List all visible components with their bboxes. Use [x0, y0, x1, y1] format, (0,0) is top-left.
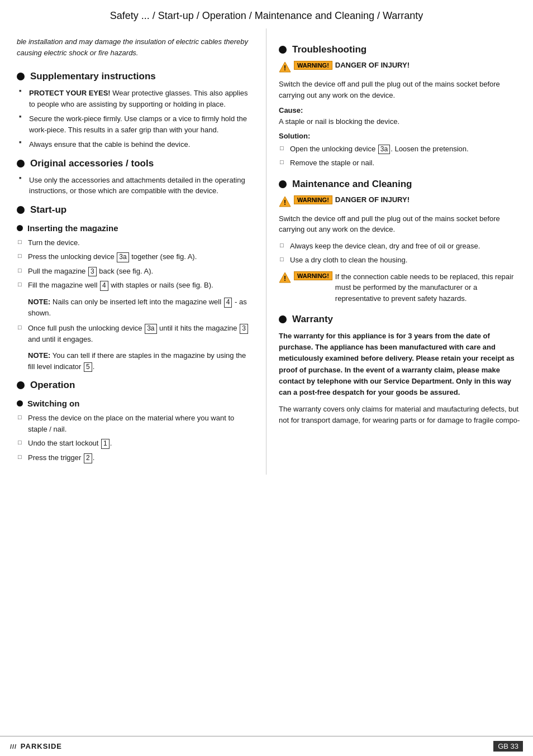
startup-heading-text: Start-up [30, 204, 66, 216]
page-footer: /// PARKSIDE GB 33 [0, 736, 533, 756]
switching-on-heading-text: Switching on [27, 399, 79, 408]
maintenance-warning2-label: WARNING! [294, 271, 332, 280]
step-item: Press the device on the place on the mat… [17, 413, 255, 434]
maintenance-warning-title: DANGER OF INJURY! [335, 195, 410, 204]
operation-section: Operation [17, 380, 255, 391]
inserting-magazine-bullet [17, 225, 23, 231]
supplementary-heading-text: Supplementary instructions [30, 71, 156, 82]
troubleshooting-warning: ! WARNING! DANGER OF INJURY! [279, 61, 522, 73]
switching-on-bullet [17, 400, 23, 406]
supplementary-section: Supplementary instructions PROTECT YOUR … [17, 71, 255, 150]
triple-slash-icon: /// [10, 743, 17, 750]
step-item: Undo the start lockout 1. [17, 438, 255, 449]
troubleshooting-warning-label: WARNING! [294, 61, 332, 70]
content-area: ble installation and may damage the insu… [0, 28, 533, 475]
step-item: Turn the device. [17, 237, 255, 248]
cause-label: Cause: [279, 106, 522, 114]
ref-1: 1 [101, 439, 110, 449]
inserting-magazine-steps-2: Once full push the unlocking device 3a u… [17, 323, 255, 344]
startup-bullet [17, 206, 25, 214]
svg-text:!: ! [284, 199, 286, 207]
troubleshooting-warning-title: DANGER OF INJURY! [335, 61, 410, 69]
ref-3a: 3a [117, 252, 129, 262]
step-item: Press the unlocking device 3a together (… [17, 251, 255, 262]
list-item: Use only the accessories and attachments… [17, 175, 255, 197]
supplementary-bullet [17, 73, 25, 80]
brand-name: PARKSIDE [21, 742, 62, 750]
original-accessories-list: Use only the accessories and attachments… [17, 175, 255, 197]
intro-text: ble installation and may damage the insu… [17, 36, 255, 59]
startup-heading: Start-up [17, 204, 255, 216]
operation-heading-text: Operation [30, 380, 75, 391]
ref-4b: 4 [224, 298, 232, 308]
ref-3: 3 [88, 267, 97, 277]
solution-steps: Open the unlocking device 3a. Loosen the… [279, 143, 522, 169]
maintenance-heading: Maintenance and Cleaning [279, 179, 522, 190]
step-item: Always keep the device clean, dry and fr… [279, 241, 522, 252]
list-item: Always ensure that the cable is behind t… [17, 139, 255, 150]
warning-triangle-icon-2: ! [279, 195, 291, 208]
right-column: Troubleshooting ! WARNING! DANGER OF INJ… [266, 28, 533, 475]
page-number: GB 33 [493, 741, 523, 752]
note-label-2: NOTE: [28, 351, 50, 360]
ref-4: 4 [100, 281, 108, 291]
left-column: ble installation and may damage the insu… [0, 28, 266, 475]
original-accessories-bullet [17, 160, 25, 168]
original-accessories-heading: Original accessories / tools [17, 158, 255, 169]
inserting-magazine-section: Inserting the magazine Turn the device. … [17, 223, 255, 372]
warranty-bold-text: The warranty for this appliance is for 3… [279, 331, 522, 398]
warning-triangle-icon: ! [279, 61, 291, 73]
original-accessories-section: Original accessories / tools Use only th… [17, 158, 255, 197]
inserting-magazine-heading: Inserting the magazine [17, 223, 255, 233]
supplementary-heading: Supplementary instructions [17, 71, 255, 82]
warranty-section: Warranty The warranty for this appliance… [279, 314, 522, 426]
warranty-heading-text: Warranty [292, 314, 333, 325]
maintenance-warning: ! WARNING! DANGER OF INJURY! [279, 195, 522, 208]
operation-bullet [17, 381, 25, 389]
cause-text: A staple or nail is blocking the device. [279, 116, 522, 127]
maintenance-heading-text: Maintenance and Cleaning [292, 179, 412, 190]
ref-3a-b: 3a [145, 324, 156, 334]
list-item: Secure the work-piece firmly. Use clamps… [17, 113, 255, 135]
note-label: NOTE: [28, 298, 50, 306]
troubleshooting-warning-text: Switch the device off and pull the plug … [279, 79, 522, 101]
protect-eyes-bold: PROTECT YOUR EYES! [29, 89, 111, 97]
step-item: Use a dry cloth to clean the housing. [279, 255, 522, 266]
warranty-heading: Warranty [279, 314, 522, 325]
operation-heading: Operation [17, 380, 255, 391]
troubleshooting-bullet [279, 46, 287, 54]
step-item: Press the trigger 2. [17, 452, 255, 463]
switching-on-steps: Press the device on the place on the mat… [17, 413, 255, 463]
svg-text:!: ! [284, 64, 286, 72]
maintenance-warning-text: Switch the device off and pull the plug … [279, 213, 522, 235]
inserting-magazine-steps: Turn the device. Press the unlocking dev… [17, 237, 255, 291]
troubleshooting-heading-text: Troubleshooting [292, 44, 367, 55]
ref-3a-sol: 3a [378, 145, 390, 155]
warning-triangle-icon-3: ! [279, 271, 291, 284]
startup-section: Start-up [17, 204, 255, 216]
step-item: Once full push the unlocking device 3a u… [17, 323, 255, 344]
inserting-magazine-heading-text: Inserting the magazine [27, 223, 118, 233]
note-staples: NOTE: You can tell if there are staples … [17, 350, 255, 372]
note-nails: NOTE: Nails can only be inserted left in… [17, 296, 255, 318]
step-item: Pull the magazine 3 back (see fig. A). [17, 266, 255, 277]
solution-label: Solution: [279, 132, 522, 140]
page-header: Safety ... / Start-up / Operation / Main… [0, 0, 533, 28]
maintenance-steps: Always keep the device clean, dry and fr… [279, 241, 522, 266]
troubleshooting-heading: Troubleshooting [279, 44, 522, 55]
warranty-bullet [279, 315, 287, 323]
maintenance-warning2-text: If the connection cable needs to be repl… [335, 271, 522, 304]
maintenance-bullet [279, 180, 287, 188]
troubleshooting-section: Troubleshooting ! WARNING! DANGER OF INJ… [279, 44, 522, 169]
supplementary-list: PROTECT YOUR EYES! Wear protective glass… [17, 88, 255, 150]
ref-3b: 3 [240, 324, 248, 334]
page: Safety ... / Start-up / Operation / Main… [0, 0, 533, 756]
switching-on-heading: Switching on [17, 399, 255, 408]
step-item: Remove the staple or nail. [279, 157, 522, 169]
svg-text:!: ! [284, 275, 286, 283]
ref-5: 5 [84, 362, 92, 372]
switching-on-section: Switching on Press the device on the pla… [17, 399, 255, 463]
maintenance-warning2: ! WARNING! If the connection cable needs… [279, 271, 522, 304]
maintenance-warning-label: WARNING! [294, 195, 332, 204]
maintenance-section: Maintenance and Cleaning ! WARNING! DANG… [279, 179, 522, 304]
